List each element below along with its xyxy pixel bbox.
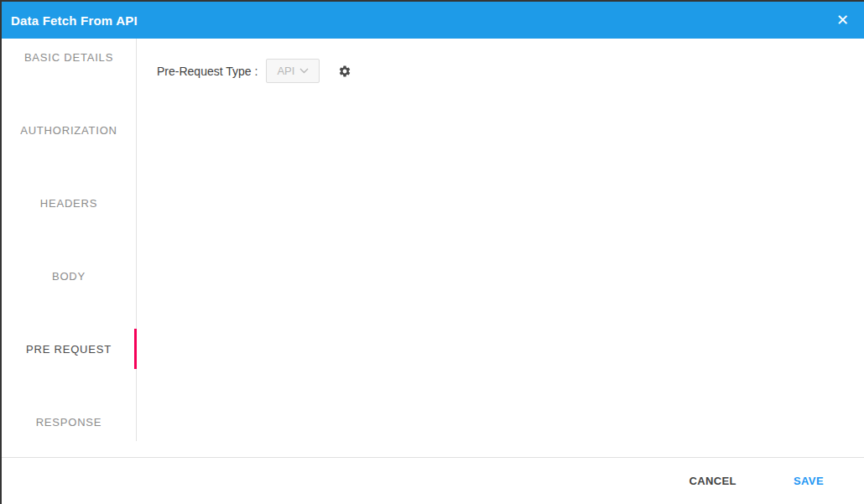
sidebar-item-pre-request[interactable]: PRE REQUEST xyxy=(2,330,136,367)
sidebar-item-headers[interactable]: HEADERS xyxy=(2,184,136,221)
close-button[interactable]: ✕ xyxy=(833,11,852,29)
modal-title: Data Fetch From API xyxy=(11,13,138,28)
cancel-button[interactable]: CANCEL xyxy=(675,468,750,494)
sidebar-tabs: BASIC DETAILS AUTHORIZATION HEADERS BODY… xyxy=(2,39,137,457)
active-tab-indicator xyxy=(134,329,137,369)
modal-body: BASIC DETAILS AUTHORIZATION HEADERS BODY… xyxy=(2,39,864,457)
pre-request-panel: Pre-Request Type : API xyxy=(137,39,864,457)
dropdown-selected-value: API xyxy=(277,65,294,77)
data-fetch-modal: Data Fetch From API ✕ BASIC DETAILS AUTH… xyxy=(0,0,864,504)
close-icon: ✕ xyxy=(836,12,849,29)
sidebar-item-body[interactable]: BODY xyxy=(2,257,136,294)
sidebar-item-basic-details[interactable]: BASIC DETAILS xyxy=(2,39,136,75)
sidebar-item-label: PRE REQUEST xyxy=(26,343,112,356)
sidebar-divider xyxy=(136,39,137,441)
chevron-down-icon xyxy=(299,68,309,74)
modal-header: Data Fetch From API ✕ xyxy=(2,2,864,39)
pre-request-type-row: Pre-Request Type : API xyxy=(157,59,864,83)
modal-footer: CANCEL SAVE xyxy=(2,457,864,504)
sidebar-item-response[interactable]: RESPONSE xyxy=(2,403,136,440)
settings-button[interactable] xyxy=(338,65,351,78)
gear-icon xyxy=(338,65,351,78)
save-button[interactable]: SAVE xyxy=(780,468,837,494)
sidebar-item-authorization[interactable]: AUTHORIZATION xyxy=(2,112,136,148)
pre-request-type-dropdown[interactable]: API xyxy=(266,59,320,83)
pre-request-type-label: Pre-Request Type : xyxy=(157,65,258,78)
